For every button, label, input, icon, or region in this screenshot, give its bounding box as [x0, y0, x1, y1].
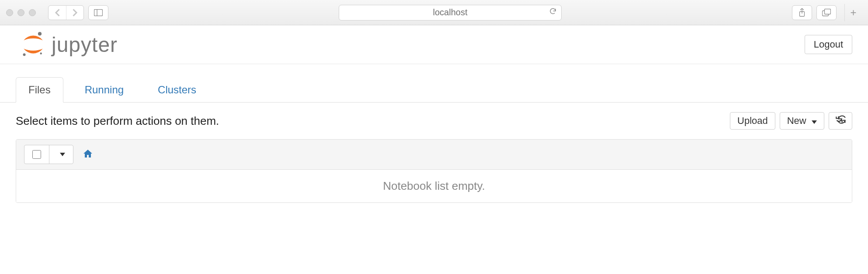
home-icon — [82, 149, 94, 158]
svg-point-6 — [38, 32, 42, 35]
breadcrumb-home[interactable] — [82, 149, 94, 161]
new-label: New — [787, 115, 806, 126]
file-list: Notebook list empty. — [16, 139, 852, 203]
empty-state: Notebook list empty. — [16, 170, 852, 202]
refresh-list-button[interactable] — [829, 112, 852, 130]
new-tab-button[interactable]: + — [844, 4, 862, 21]
chevron-down-icon — [812, 120, 817, 124]
jupyter-header: jupyter Logout — [0, 25, 868, 64]
tab-files[interactable]: Files — [16, 77, 63, 103]
maximize-window-icon[interactable] — [29, 9, 36, 16]
empty-message: Notebook list empty. — [383, 179, 485, 192]
upload-button[interactable]: Upload — [730, 112, 775, 130]
jupyter-logo[interactable]: jupyter — [20, 31, 118, 58]
tab-running[interactable]: Running — [72, 77, 136, 103]
select-all-dropdown[interactable] — [24, 145, 73, 164]
tabs-row: Files Running Clusters — [0, 77, 868, 103]
back-button[interactable] — [49, 6, 66, 20]
chevron-down-icon — [60, 153, 65, 156]
reload-icon[interactable] — [549, 7, 557, 17]
forward-button[interactable] — [66, 6, 83, 20]
traffic-lights — [6, 9, 36, 16]
sidebar-toggle-button[interactable] — [88, 5, 108, 20]
select-all-checkbox[interactable] — [32, 150, 41, 159]
refresh-icon-overlay — [837, 115, 847, 124]
tab-clusters[interactable]: Clusters — [145, 77, 209, 103]
logout-button[interactable]: Logout — [805, 35, 852, 54]
svg-rect-0 — [94, 9, 103, 16]
svg-point-8 — [40, 52, 42, 54]
toolbar-row: Select items to perform actions on them.… — [0, 103, 868, 139]
nav-back-forward — [48, 5, 84, 20]
close-window-icon[interactable] — [6, 9, 13, 16]
tabs-overview-button[interactable] — [816, 5, 837, 20]
jupyter-icon — [20, 31, 46, 58]
brand-text: jupyter — [52, 33, 118, 57]
new-dropdown-button[interactable]: New — [780, 112, 824, 130]
selection-hint: Select items to perform actions on them. — [16, 114, 219, 128]
address-bar[interactable]: localhost — [339, 5, 561, 21]
svg-point-7 — [23, 53, 26, 56]
svg-rect-5 — [824, 9, 830, 14]
browser-chrome: localhost + — [0, 0, 868, 25]
minimize-window-icon[interactable] — [17, 9, 24, 16]
share-button[interactable] — [792, 5, 812, 20]
address-text: localhost — [433, 7, 468, 17]
file-list-header — [16, 140, 852, 170]
